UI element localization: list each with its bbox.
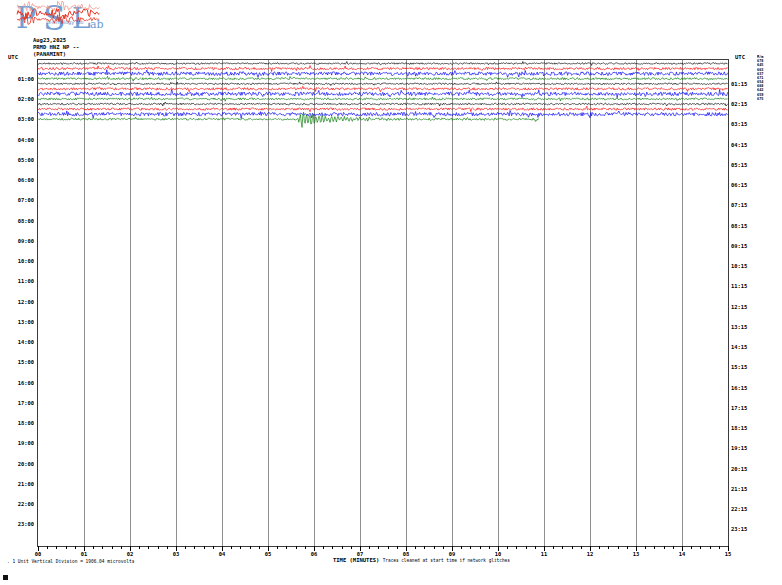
minor-tick xyxy=(332,546,333,549)
time-label-right: 23:15 xyxy=(731,526,755,532)
minor-tick xyxy=(167,546,168,549)
minor-tick xyxy=(139,546,140,549)
major-tick xyxy=(84,546,85,551)
time-label-right: 15:15 xyxy=(731,364,755,370)
major-tick xyxy=(452,546,453,551)
time-label-left: 04:00 xyxy=(10,137,34,143)
helicorder-traces xyxy=(38,60,728,546)
header-location: (PANAMINT) xyxy=(33,51,79,58)
x-axis-note: Traces cleaned at start time if network … xyxy=(383,558,510,563)
minor-tick xyxy=(664,546,665,549)
header-station: PRMD HNZ NP -- xyxy=(33,44,79,51)
time-label-left: 12:00 xyxy=(10,299,34,305)
time-label-left: 20:00 xyxy=(10,461,34,467)
time-label-right: 18:15 xyxy=(731,425,755,431)
time-label-left: 13:00 xyxy=(10,319,34,325)
plot-area xyxy=(37,59,729,547)
time-label-right: 16:15 xyxy=(731,385,755,391)
time-label-right: 01:15 xyxy=(731,81,755,87)
utc-label-left: UTC xyxy=(8,54,18,60)
major-tick xyxy=(130,546,131,551)
minor-tick xyxy=(204,546,205,549)
time-label-right: 17:15 xyxy=(731,405,755,411)
minor-tick xyxy=(719,546,720,549)
minor-tick xyxy=(710,546,711,549)
minor-tick xyxy=(507,546,508,549)
time-label-right: 20:15 xyxy=(731,466,755,472)
minor-tick xyxy=(562,546,563,549)
time-label-left: 02:00 xyxy=(10,96,34,102)
minor-tick xyxy=(673,546,674,549)
scale-value: 675 xyxy=(757,96,764,100)
time-label-left: 21:00 xyxy=(10,481,34,487)
minor-tick xyxy=(277,546,278,549)
time-label-left: 23:00 xyxy=(10,521,34,527)
minor-tick xyxy=(700,546,701,549)
minor-tick xyxy=(56,546,57,549)
time-label-left: 07:00 xyxy=(10,197,34,203)
major-tick xyxy=(728,546,729,551)
major-tick xyxy=(636,546,637,551)
footnote-marker: . xyxy=(7,559,10,564)
major-tick xyxy=(222,546,223,551)
minor-tick xyxy=(627,546,628,549)
minor-tick xyxy=(599,546,600,549)
major-tick xyxy=(682,546,683,551)
time-label-right: 07:15 xyxy=(731,202,755,208)
time-label-right: 22:15 xyxy=(731,506,755,512)
minor-tick xyxy=(194,546,195,549)
minor-tick xyxy=(489,546,490,549)
minor-tick xyxy=(572,546,573,549)
utc-label-right: UTC xyxy=(735,54,745,60)
time-label-left: 11:00 xyxy=(10,278,34,284)
minor-tick xyxy=(553,546,554,549)
time-label-left: 10:00 xyxy=(10,258,34,264)
time-label-right: 13:15 xyxy=(731,324,755,330)
minor-tick xyxy=(323,546,324,549)
minor-tick xyxy=(461,546,462,549)
time-label-right: 09:15 xyxy=(731,243,755,249)
time-label-right: 08:15 xyxy=(731,223,755,229)
minor-tick xyxy=(516,546,517,549)
time-label-left: 08:00 xyxy=(10,218,34,224)
minor-tick xyxy=(397,546,398,549)
major-tick xyxy=(360,546,361,551)
minor-tick xyxy=(158,546,159,549)
logo-letter-s: S xyxy=(43,0,66,35)
minor-tick xyxy=(66,546,67,549)
minor-tick xyxy=(691,546,692,549)
time-label-left: 09:00 xyxy=(10,238,34,244)
minor-tick xyxy=(305,546,306,549)
minor-tick xyxy=(342,546,343,549)
minor-tick xyxy=(369,546,370,549)
time-label-right: 14:15 xyxy=(731,344,755,350)
time-label-right: 04:15 xyxy=(731,142,755,148)
major-tick xyxy=(590,546,591,551)
minor-tick xyxy=(443,546,444,549)
time-label-right: 03:15 xyxy=(731,121,755,127)
scale-column: M/m 678645663637671654668642659675 xyxy=(757,55,771,156)
minor-tick xyxy=(378,546,379,549)
minor-tick xyxy=(480,546,481,549)
major-tick xyxy=(498,546,499,551)
time-label-left: 15:00 xyxy=(10,359,34,365)
x-axis-ticks xyxy=(38,546,729,554)
minor-tick xyxy=(112,546,113,549)
time-label-left: 06:00 xyxy=(10,177,34,183)
major-tick xyxy=(314,546,315,551)
time-label-right: 02:15 xyxy=(731,101,755,107)
time-label-left: 16:00 xyxy=(10,380,34,386)
minor-tick xyxy=(240,546,241,549)
minor-tick xyxy=(351,546,352,549)
scale-footnote: 1 Unit Vertical Division = 1906.04 micro… xyxy=(12,559,134,564)
minor-tick xyxy=(535,546,536,549)
minor-tick xyxy=(296,546,297,549)
time-label-left: 17:00 xyxy=(10,400,34,406)
major-tick xyxy=(38,546,39,551)
time-label-right: 05:15 xyxy=(731,162,755,168)
minor-tick xyxy=(470,546,471,549)
major-tick xyxy=(268,546,269,551)
time-label-left: 05:00 xyxy=(10,157,34,163)
helicorder-page: P S L ab seismology lab Aug23,2025 PRMD … xyxy=(0,0,782,585)
minor-tick xyxy=(185,546,186,549)
